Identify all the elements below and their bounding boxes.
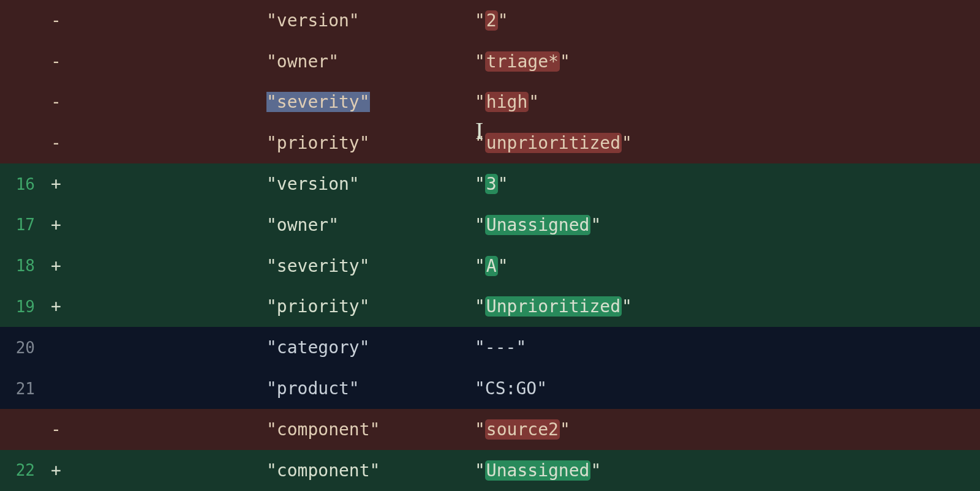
- line-content: +"version""3": [46, 174, 980, 194]
- diff-value-pre: ": [475, 133, 485, 153]
- diff-value-pre: ": [475, 51, 485, 72]
- diff-sign: -: [46, 10, 70, 31]
- diff-line-removed[interactable]: -"owner""triage*": [0, 41, 980, 82]
- diff-line-added[interactable]: 22+"component""Unassigned": [0, 450, 980, 491]
- line-content: "product""CS:GO": [46, 378, 980, 399]
- diff-value-changed: 3: [485, 174, 498, 194]
- line-number: 22: [0, 461, 46, 479]
- diff-value-pre: ": [475, 460, 485, 481]
- diff-value-pre: ": [475, 296, 485, 317]
- line-content: +"owner""Unassigned": [46, 215, 980, 235]
- diff-value-pre: ": [475, 174, 485, 194]
- diff-sign: +: [46, 296, 70, 317]
- diff-line-removed[interactable]: -"version""2": [0, 0, 980, 41]
- diff-value-pre: "CS:GO": [475, 378, 547, 399]
- line-content: -"owner""triage*": [46, 51, 980, 72]
- diff-value-pre: ": [475, 92, 485, 112]
- diff-value-post: ": [560, 51, 570, 72]
- diff-sign: +: [46, 256, 70, 276]
- diff-key: "owner": [266, 51, 339, 72]
- diff-value-post: ": [590, 215, 601, 235]
- line-content: "category""---": [46, 337, 980, 358]
- line-number: 17: [0, 216, 46, 234]
- line-content: -"priority""unprioritized": [46, 133, 980, 153]
- line-content: -"version""2": [46, 10, 980, 31]
- diff-key: "component": [266, 419, 380, 440]
- diff-value-post: ": [622, 133, 632, 153]
- diff-value-changed: Unprioritized: [485, 296, 622, 317]
- diff-value-changed: high: [485, 92, 529, 112]
- diff-sign: -: [46, 92, 70, 112]
- diff-line-added[interactable]: 16+"version""3": [0, 163, 980, 204]
- line-content: +"priority""Unprioritized": [46, 296, 980, 317]
- diff-key: "owner": [266, 215, 339, 235]
- diff-sign: +: [46, 215, 70, 235]
- diff-value-post: ": [498, 174, 508, 194]
- diff-line-removed[interactable]: -"component""source2": [0, 409, 980, 450]
- line-number: 16: [0, 175, 46, 193]
- diff-value-pre: ": [475, 256, 485, 276]
- diff-value-changed: source2: [485, 419, 560, 440]
- diff-key: "product": [266, 378, 360, 399]
- diff-value-post: ": [622, 296, 632, 317]
- diff-key: "component": [266, 460, 380, 481]
- diff-key: "priority": [266, 296, 370, 317]
- diff-line-removed[interactable]: -"severity""high": [0, 82, 980, 123]
- diff-value-changed: unprioritized: [485, 133, 622, 153]
- diff-value-pre: ": [475, 10, 485, 31]
- line-number: 20: [0, 339, 46, 357]
- diff-key: "version": [266, 10, 360, 31]
- diff-line-context[interactable]: 20"category""---": [0, 327, 980, 368]
- diff-key: "severity": [266, 256, 370, 276]
- line-number: 21: [0, 380, 46, 398]
- diff-value-post: ": [529, 92, 539, 112]
- diff-line-removed[interactable]: -"priority""unprioritized": [0, 122, 980, 163]
- diff-sign: -: [46, 133, 70, 153]
- diff-sign: +: [46, 174, 70, 194]
- diff-key: "priority": [266, 133, 370, 153]
- line-number: 19: [0, 298, 46, 316]
- line-content: -"component""source2": [46, 419, 980, 440]
- diff-value-post: ": [498, 256, 508, 276]
- diff-line-added[interactable]: 17+"owner""Unassigned": [0, 204, 980, 246]
- diff-key: "severity": [266, 92, 370, 112]
- line-content: +"component""Unassigned": [46, 460, 980, 481]
- diff-value-changed: 2: [485, 10, 498, 31]
- diff-value-post: ": [590, 460, 601, 481]
- line-content: -"severity""high": [46, 92, 980, 112]
- diff-key: "category": [266, 337, 370, 358]
- diff-sign: -: [46, 51, 70, 72]
- diff-value-pre: ": [475, 419, 485, 440]
- diff-sign: +: [46, 460, 70, 481]
- diff-line-added[interactable]: 18+"severity""A": [0, 246, 980, 287]
- diff-line-added[interactable]: 19+"priority""Unprioritized": [0, 287, 980, 328]
- diff-value-post: ": [560, 419, 570, 440]
- diff-value-post: ": [498, 10, 508, 31]
- diff-value-pre: "---": [475, 337, 526, 358]
- diff-value-changed: A: [485, 256, 498, 276]
- diff-sign: -: [46, 419, 70, 440]
- diff-line-context[interactable]: 21"product""CS:GO": [0, 368, 980, 409]
- diff-value-changed: Unassigned: [485, 215, 591, 235]
- diff-view[interactable]: -"version""2"-"owner""triage*"-"severity…: [0, 0, 980, 491]
- diff-key: "version": [266, 174, 360, 194]
- diff-value-changed: triage*: [485, 51, 560, 72]
- line-content: +"severity""A": [46, 256, 980, 276]
- line-number: 18: [0, 257, 46, 275]
- diff-value-changed: Unassigned: [485, 460, 591, 481]
- diff-value-pre: ": [475, 215, 485, 235]
